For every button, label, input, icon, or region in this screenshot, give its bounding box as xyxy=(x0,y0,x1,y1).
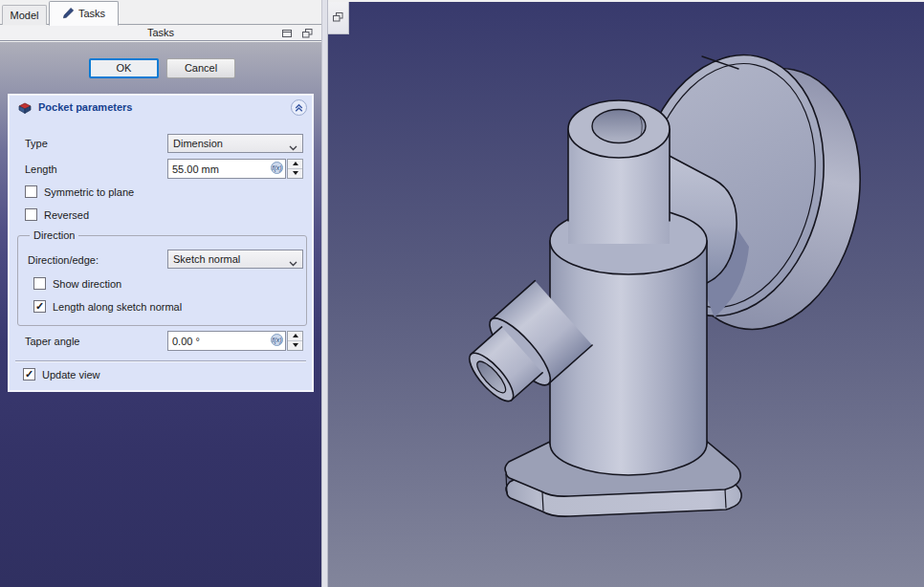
chevron-down-icon xyxy=(289,257,297,269)
float-panel-icon[interactable] xyxy=(302,29,313,38)
tasks-panel-body: OK Cancel Pocket parameters Type Dimensi… xyxy=(0,42,321,587)
expression-icon[interactable]: f(x) xyxy=(271,162,283,174)
tasks-panel-titlebar: Tasks xyxy=(0,26,321,41)
tab-tasks[interactable]: Tasks xyxy=(49,1,119,26)
taper-angle-spinbox[interactable]: 0.00 ° f(x) xyxy=(167,331,303,351)
symmetric-checkbox[interactable] xyxy=(25,185,37,198)
taper-spin-buttons xyxy=(287,331,303,351)
update-view-checkbox[interactable]: ✓ xyxy=(23,368,35,380)
chevron-down-icon xyxy=(289,141,297,153)
symmetric-label: Symmetric to plane xyxy=(44,185,134,199)
direction-groupbox: Direction Direction/edge: Sketch normal … xyxy=(17,235,307,326)
taper-angle-input[interactable]: 0.00 ° f(x) xyxy=(167,331,286,351)
spin-up-button[interactable] xyxy=(288,332,302,341)
expression-icon[interactable]: f(x) xyxy=(271,334,283,346)
update-view-label: Update view xyxy=(42,368,100,381)
tab-model-label: Model xyxy=(11,10,39,21)
length-along-label: Length along sketch normal xyxy=(53,300,182,314)
taper-angle-label: Taper angle xyxy=(25,335,80,348)
type-label: Type xyxy=(25,137,48,150)
type-combobox-value: Dimension xyxy=(173,138,223,149)
task-pane: Model Tasks Tasks OK Cancel xyxy=(0,0,321,587)
tab-model[interactable]: Model xyxy=(2,5,47,25)
type-combobox[interactable]: Dimension xyxy=(167,134,303,153)
taper-angle-value: 0.00 ° xyxy=(172,336,200,347)
part-top-boss[interactable] xyxy=(568,100,670,244)
show-direction-label: Show direction xyxy=(53,277,121,291)
length-spinbox[interactable]: 55.00 mm f(x) xyxy=(167,159,303,179)
length-input[interactable]: 55.00 mm f(x) xyxy=(167,159,286,179)
3d-viewport[interactable] xyxy=(328,0,924,587)
length-along-checkbox[interactable]: ✓ xyxy=(33,300,46,313)
tab-tasks-label: Tasks xyxy=(78,8,105,19)
spin-down-button[interactable] xyxy=(288,169,302,179)
pocket-parameters-box: Pocket parameters Type Dimension Length … xyxy=(8,94,314,392)
float-window-icon[interactable] xyxy=(333,12,343,22)
pane-splitter[interactable] xyxy=(321,0,328,587)
direction-edge-combobox[interactable]: Sketch normal xyxy=(167,250,303,269)
direction-edge-value: Sketch normal xyxy=(173,253,240,265)
length-spin-buttons xyxy=(287,159,303,179)
viewport-top-strip xyxy=(328,0,924,2)
length-label: Length xyxy=(25,163,57,176)
viewport-corner xyxy=(328,2,349,34)
separator xyxy=(15,360,306,362)
collapse-section-button[interactable] xyxy=(291,99,307,116)
3d-scene[interactable] xyxy=(328,2,924,587)
ok-button[interactable]: OK xyxy=(89,58,159,78)
pencil-icon xyxy=(62,7,75,21)
dock-panel-icon[interactable] xyxy=(282,29,293,38)
length-value: 55.00 mm xyxy=(172,163,219,175)
spin-down-button[interactable] xyxy=(288,341,302,351)
reversed-label: Reversed xyxy=(44,208,89,222)
spin-up-button[interactable] xyxy=(288,160,302,169)
pocket-icon xyxy=(17,100,33,116)
reversed-checkbox[interactable] xyxy=(25,208,37,221)
direction-edge-label: Direction/edge: xyxy=(28,253,99,267)
direction-group-title: Direction xyxy=(30,229,78,241)
cancel-button[interactable]: Cancel xyxy=(166,58,235,78)
section-title: Pocket parameters xyxy=(38,101,132,113)
chevron-double-up-icon xyxy=(292,100,306,115)
combo-view-tabbar: Model Tasks xyxy=(0,0,321,25)
show-direction-checkbox[interactable] xyxy=(33,277,46,290)
tasks-panel-title: Tasks xyxy=(0,27,321,38)
